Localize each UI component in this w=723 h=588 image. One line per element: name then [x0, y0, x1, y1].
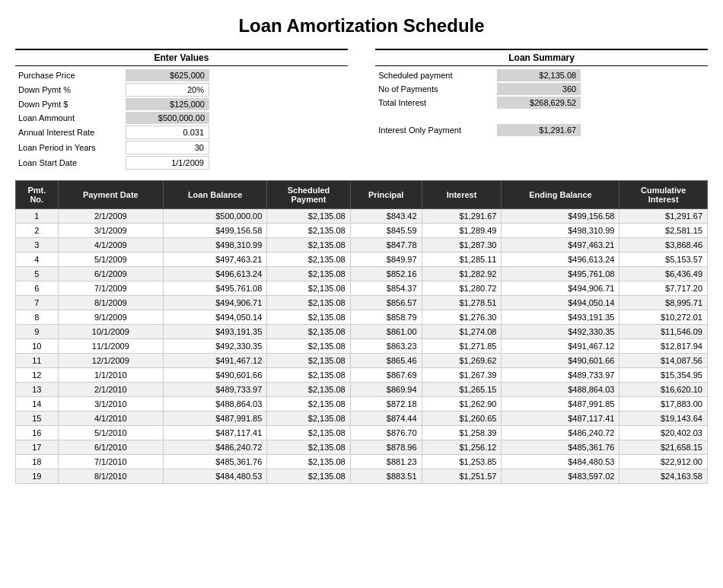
cell-5-7: $7,717.20: [619, 281, 708, 296]
cell-18-6: $483,597.02: [502, 469, 619, 484]
label-purchase-price: Purchase Price: [15, 69, 126, 81]
cell-13-3: $2,135.08: [267, 397, 350, 412]
cell-0-6: $499,156.58: [502, 209, 619, 224]
col-header-principal: Principal: [350, 181, 422, 209]
col-header-cumulative-interest: CumulativeInterest: [619, 181, 708, 209]
col-header-ending-balance: Ending Balance: [502, 181, 619, 209]
cell-6-1: 8/1/2009: [58, 296, 163, 310]
table-row: 34/1/2009$498,310.99$2,135.08$847.78$1,2…: [16, 238, 708, 253]
cell-16-4: $878.96: [350, 440, 422, 455]
cell-7-7: $10,272.01: [619, 310, 708, 325]
cell-10-7: $14,087.56: [619, 354, 708, 368]
value-loan-amount: $500,000.00: [126, 112, 209, 124]
table-row: 143/1/2010$488,864.03$2,135.08$872.18$1,…: [16, 397, 708, 412]
cell-1-4: $845.59: [350, 224, 422, 238]
cell-1-6: $498,310.99: [502, 224, 619, 238]
cell-17-3: $2,135.08: [267, 455, 350, 469]
value-down-dollar: $125,000: [126, 98, 209, 110]
table-row: 132/1/2010$489,733.97$2,135.08$869.94$1,…: [16, 383, 708, 397]
cell-4-4: $852.16: [350, 267, 422, 281]
cell-16-0: 17: [16, 440, 59, 455]
cell-4-3: $2,135.08: [267, 267, 350, 281]
value-total-interest: $268,629.52: [497, 97, 581, 109]
cell-9-0: 10: [16, 339, 59, 354]
cell-0-7: $1,291.67: [619, 209, 708, 224]
cell-6-4: $856.57: [350, 296, 422, 310]
cell-10-2: $491,467.12: [164, 354, 267, 368]
cell-3-2: $497,463.21: [164, 253, 267, 267]
cell-17-2: $485,361.76: [164, 455, 267, 469]
cell-6-2: $494,906.71: [164, 296, 267, 310]
cell-17-0: 18: [16, 455, 59, 469]
cell-5-5: $1,280.72: [422, 281, 502, 296]
cell-14-0: 15: [16, 412, 59, 426]
cell-16-7: $21,658.15: [619, 440, 708, 455]
cell-13-7: $17,883.00: [619, 397, 708, 412]
cell-0-4: $843.42: [350, 209, 422, 224]
cell-13-4: $872.18: [350, 397, 422, 412]
cell-12-4: $869.94: [350, 383, 422, 397]
cell-10-4: $865.46: [350, 354, 422, 368]
cell-8-1: 10/1/2009: [58, 325, 163, 339]
cell-9-5: $1,271.85: [422, 339, 502, 354]
cell-4-7: $6,436.49: [619, 267, 708, 281]
label-num-payments: No of Payments: [375, 83, 497, 95]
label-down-dollar: Down Pymt $: [15, 98, 126, 110]
table-row: 165/1/2010$487,117.41$2,135.08$876.70$1,…: [16, 426, 708, 440]
cell-9-3: $2,135.08: [267, 339, 350, 354]
cell-10-0: 11: [16, 354, 59, 368]
cell-2-7: $3,868.46: [619, 238, 708, 253]
cell-5-1: 7/1/2009: [58, 281, 163, 296]
cell-1-7: $2,581.15: [619, 224, 708, 238]
cell-7-5: $1,276.30: [422, 310, 502, 325]
label-loan-period: Loan Period in Years: [15, 141, 126, 154]
cell-10-5: $1,269.62: [422, 354, 502, 368]
cell-4-2: $496,613.24: [164, 267, 267, 281]
cell-13-5: $1,262.90: [422, 397, 502, 412]
cell-5-2: $495,761.08: [164, 281, 267, 296]
value-num-payments: 360: [497, 83, 581, 95]
table-row: 45/1/2009$497,463.21$2,135.08$849.97$1,2…: [16, 253, 708, 267]
value-scheduled-payment: $2,135.08: [497, 69, 581, 81]
cell-7-6: $493,191.35: [502, 310, 619, 325]
cell-9-7: $12,817.94: [619, 339, 708, 354]
cell-14-4: $874.44: [350, 412, 422, 426]
table-row: 23/1/2009$499,156.58$2,135.08$845.59$1,2…: [16, 224, 708, 238]
cell-4-0: 5: [16, 267, 59, 281]
cell-17-4: $881.23: [350, 455, 422, 469]
cell-5-4: $854.37: [350, 281, 422, 296]
cell-18-0: 19: [16, 469, 59, 484]
enter-values-header: Enter Values: [15, 49, 348, 66]
cell-11-3: $2,135.08: [267, 368, 350, 383]
cell-15-2: $487,117.41: [164, 426, 267, 440]
table-row: 12/1/2009$500,000.00$2,135.08$843.42$1,2…: [16, 209, 708, 224]
value-annual-rate: 0.031: [126, 126, 209, 139]
cell-3-1: 5/1/2009: [58, 253, 163, 267]
label-start-date: Loan Start Date: [15, 157, 126, 169]
cell-8-0: 9: [16, 325, 59, 339]
cell-14-1: 4/1/2010: [58, 412, 163, 426]
label-scheduled-payment: Scheduled payment: [375, 69, 497, 81]
cell-18-3: $2,135.08: [267, 469, 350, 484]
col-header-interest: Interest: [422, 181, 502, 209]
loan-summary-header: Loan Summary: [375, 49, 708, 66]
table-row: 67/1/2009$495,761.08$2,135.08$854.37$1,2…: [16, 281, 708, 296]
cell-18-2: $484,480.53: [164, 469, 267, 484]
cell-8-6: $492,330.35: [502, 325, 619, 339]
page-title: Loan Amortization Schedule: [15, 15, 708, 37]
cell-3-6: $496,613.24: [502, 253, 619, 267]
cell-9-6: $491,467.12: [502, 339, 619, 354]
cell-14-2: $487,991.85: [164, 412, 267, 426]
cell-0-3: $2,135.08: [267, 209, 350, 224]
label-interest-only: Interest Only Payment: [375, 124, 497, 136]
value-loan-period: 30: [126, 141, 209, 154]
cell-18-7: $24,163.58: [619, 469, 708, 484]
cell-0-2: $500,000.00: [164, 209, 267, 224]
cell-11-6: $489,733.97: [502, 368, 619, 383]
cell-6-0: 7: [16, 296, 59, 310]
col-header-scheduled-payment: ScheduledPayment: [267, 181, 350, 209]
cell-8-3: $2,135.08: [267, 325, 350, 339]
cell-14-5: $1,260.65: [422, 412, 502, 426]
value-purchase-price: $625,000: [126, 69, 209, 81]
cell-17-1: 7/1/2010: [58, 455, 163, 469]
